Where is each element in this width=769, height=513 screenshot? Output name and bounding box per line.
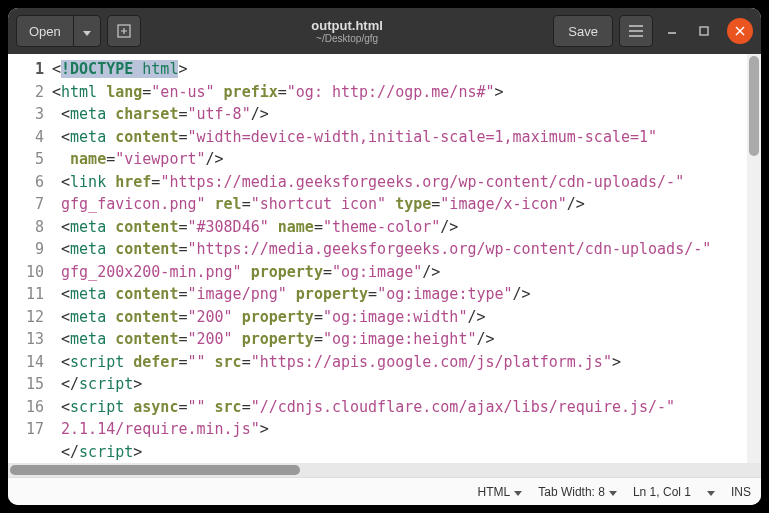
hamburger-menu-button[interactable] — [619, 15, 653, 47]
file-name-label: output.html — [311, 18, 382, 33]
editor[interactable]: 1234567891011121314151617 <!DOCTYPE html… — [8, 54, 761, 463]
status-ins-mode[interactable]: INS — [731, 485, 751, 499]
code-area[interactable]: <!DOCTYPE html><html lang="en-us" prefix… — [50, 54, 761, 463]
close-button[interactable] — [727, 18, 753, 44]
line-number-gutter: 1234567891011121314151617 — [8, 54, 50, 463]
close-icon — [735, 26, 745, 36]
hamburger-icon — [629, 25, 643, 37]
titlebar: Open output.html ~/Desktop/gfg Save — [8, 8, 761, 54]
title-area: output.html ~/Desktop/gfg — [147, 18, 548, 44]
status-language[interactable]: HTML — [478, 485, 523, 499]
chevron-down-icon — [707, 485, 715, 499]
code-content[interactable]: <!DOCTYPE html><html lang="en-us" prefix… — [52, 58, 757, 463]
maximize-icon — [699, 26, 709, 36]
minimize-icon — [667, 26, 677, 36]
status-cursor-label: Ln 1, Col 1 — [633, 485, 691, 499]
minimize-button[interactable] — [659, 18, 685, 44]
svg-rect-7 — [700, 27, 708, 35]
file-path-label: ~/Desktop/gfg — [316, 33, 378, 44]
open-recent-button[interactable] — [73, 15, 101, 47]
status-tab-width-label: Tab Width: 8 — [538, 485, 605, 499]
chevron-down-icon — [514, 485, 522, 499]
maximize-button[interactable] — [691, 18, 717, 44]
status-ins-label: INS — [731, 485, 751, 499]
chevron-down-icon — [609, 485, 617, 499]
vertical-scrollbar-thumb[interactable] — [749, 56, 759, 156]
new-tab-icon — [117, 24, 131, 38]
horizontal-scrollbar-thumb[interactable] — [10, 465, 300, 475]
horizontal-scrollbar[interactable] — [8, 463, 761, 477]
statusbar: HTML Tab Width: 8 Ln 1, Col 1 INS — [8, 477, 761, 505]
open-button[interactable]: Open — [16, 15, 74, 47]
save-button-label: Save — [568, 24, 598, 39]
status-tab-width[interactable]: Tab Width: 8 — [538, 485, 617, 499]
new-tab-button[interactable] — [107, 15, 141, 47]
chevron-down-icon — [83, 24, 91, 39]
save-button[interactable]: Save — [553, 15, 613, 47]
status-language-label: HTML — [478, 485, 511, 499]
status-cursor-position[interactable]: Ln 1, Col 1 — [633, 485, 691, 499]
open-button-label: Open — [29, 24, 61, 39]
vertical-scrollbar[interactable] — [747, 54, 761, 463]
app-window: Open output.html ~/Desktop/gfg Save — [8, 8, 761, 505]
